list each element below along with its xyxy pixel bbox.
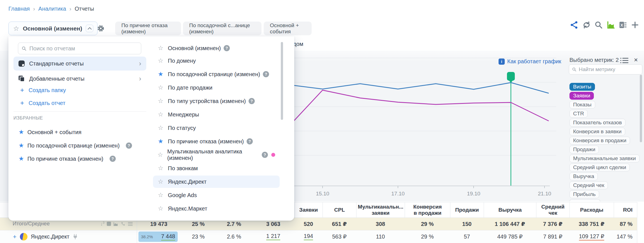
search-icon[interactable] bbox=[594, 21, 603, 29]
star-filled-icon[interactable]: ★ bbox=[18, 129, 24, 135]
metric-chip-clipped[interactable] bbox=[569, 199, 600, 202]
star-filled-icon[interactable]: ★ bbox=[18, 142, 24, 149]
create-report-button[interactable]: + Создать отчет bbox=[20, 99, 65, 107]
star-filled-icon[interactable]: ★ bbox=[157, 71, 164, 77]
gear-icon[interactable] bbox=[97, 25, 105, 32]
metrics-scrollbar[interactable] bbox=[640, 75, 642, 142]
star-outline-icon[interactable]: ☆ bbox=[157, 125, 164, 131]
col-header-multi-leads[interactable]: Мультиканальн... заявки bbox=[356, 202, 405, 218]
report-item-by-status[interactable]: ☆ По статусу bbox=[153, 122, 280, 134]
visits-share-bar[interactable]: 38.2% 7 448 bbox=[138, 232, 178, 242]
report-item-landing-page[interactable]: ★ По посадочной странице (изменен) ? bbox=[153, 68, 280, 80]
star-outline-icon[interactable]: ☆ bbox=[157, 152, 163, 158]
star-outline-icon[interactable]: ☆ bbox=[157, 179, 164, 185]
report-item-yandex-market[interactable]: ☆ Яндекс.Маркет bbox=[153, 202, 280, 215]
metric-search-input[interactable] bbox=[579, 66, 639, 73]
chart-icon[interactable] bbox=[113, 221, 118, 226]
favorite-label: По посадочной странице (изменен) bbox=[27, 142, 120, 149]
report-item-bounce-reason[interactable]: ★ По причине отказа (изменен) ? bbox=[153, 135, 280, 148]
metric-chip-impressions[interactable]: Показы bbox=[569, 101, 595, 109]
metric-search-box[interactable] bbox=[569, 64, 642, 74]
add-report-icon[interactable] bbox=[631, 21, 639, 29]
col-header-conv-sales[interactable]: Конверсия в продажи bbox=[405, 202, 450, 218]
col-header-cpl[interactable]: CPL bbox=[323, 202, 356, 218]
chart-help-link[interactable]: i Как работает график bbox=[499, 58, 561, 65]
col-header-sales[interactable]: Продажи bbox=[450, 202, 484, 218]
chart-view-icon[interactable] bbox=[606, 21, 615, 29]
report-item-by-domain[interactable]: ☆ По домену bbox=[153, 55, 280, 67]
create-folder-button[interactable]: + Создать папку bbox=[20, 86, 66, 94]
star-outline-icon[interactable]: ☆ bbox=[157, 98, 164, 104]
report-label: Яндекс.Маркет bbox=[168, 205, 207, 212]
metric-chip-conv-sales[interactable]: Конверсия в продажи bbox=[569, 137, 630, 144]
help-icon[interactable]: ? bbox=[249, 98, 255, 104]
metric-chip-conv-leads[interactable]: Конверсия в заявки bbox=[569, 128, 625, 135]
favorite-main-events[interactable]: ★ Основной + события bbox=[13, 126, 134, 138]
help-icon[interactable]: ? bbox=[247, 138, 253, 144]
segment-icon[interactable] bbox=[107, 222, 111, 226]
report-item-yandex-direct[interactable]: ☆ Яндекс.Директ bbox=[153, 176, 280, 188]
star-outline-icon[interactable]: ☆ bbox=[157, 192, 164, 198]
metric-chip-leads[interactable]: Заявки bbox=[569, 92, 594, 100]
metric-chip-visits[interactable]: Визиты bbox=[569, 83, 595, 91]
expand-row-icon[interactable]: + bbox=[13, 233, 17, 240]
help-icon[interactable]: ? bbox=[126, 142, 132, 149]
report-search-input[interactable] bbox=[29, 45, 138, 52]
star-outline-icon[interactable]: ☆ bbox=[157, 58, 164, 64]
metric-chip-bounce-rate[interactable]: Показатель отказов bbox=[569, 119, 626, 127]
col-header-roi[interactable]: ROI bbox=[614, 202, 637, 218]
tab-bounce-reason[interactable]: По причине отказа (изменен) bbox=[115, 22, 181, 35]
share-icon[interactable] bbox=[570, 21, 578, 29]
metric-chip-profit[interactable]: Прибыль bbox=[569, 190, 599, 198]
star-filled-icon[interactable]: ★ bbox=[157, 138, 164, 144]
star-outline-icon[interactable]: ☆ bbox=[157, 85, 164, 91]
col-header-avg-check[interactable]: Средний чек bbox=[536, 202, 569, 218]
help-icon[interactable]: ? bbox=[262, 152, 268, 158]
folder-standard-reports[interactable]: Стандартные отчеты › bbox=[13, 57, 146, 71]
report-item-main-changed[interactable]: ☆ Основной (изменен) ? bbox=[153, 42, 280, 54]
metric-chip-deal-cycle[interactable]: Средний цикл сделки bbox=[569, 163, 630, 171]
breadcrumb-analytics[interactable]: Аналитика bbox=[38, 6, 66, 12]
favorite-bounce-reason[interactable]: ★ По причине отказа (изменен) ? bbox=[13, 153, 134, 165]
metric-chip-ctr[interactable]: CTR bbox=[569, 110, 588, 118]
report-search-box[interactable] bbox=[18, 43, 141, 54]
metric-chip-multi-leads[interactable]: Мультиканальные заявки bbox=[569, 155, 640, 162]
star-outline-icon[interactable]: ☆ bbox=[157, 165, 164, 171]
phone-icon[interactable] bbox=[121, 221, 126, 226]
star-outline-icon[interactable]: ☆ bbox=[157, 205, 164, 212]
tab-landing-page[interactable]: По посадочной с...анице (изменен) bbox=[183, 22, 261, 35]
report-item-managers[interactable]: ☆ Менеджеры bbox=[153, 108, 280, 121]
tab-main-events[interactable]: Основной + события bbox=[264, 22, 312, 35]
col-header-revenue[interactable]: Выручка bbox=[484, 202, 536, 218]
metric-chip-sales[interactable]: Продажи bbox=[569, 146, 599, 153]
folder-added-reports[interactable]: Добавленные отчеты › bbox=[13, 72, 146, 86]
breadcrumb-home[interactable]: Главная bbox=[8, 6, 30, 12]
report-selector-button[interactable]: ☆ Основной (изменен) bbox=[8, 22, 98, 35]
metric-chip-avg-check[interactable]: Средний чек bbox=[569, 181, 608, 189]
close-icon[interactable]: × bbox=[634, 56, 638, 64]
create-report-label: Создать отчет bbox=[29, 100, 65, 106]
col-header-costs[interactable]: Расходы bbox=[569, 202, 614, 218]
report-label: Основной (изменен) bbox=[168, 45, 221, 52]
sort-icon[interactable]: ↓3 bbox=[100, 221, 105, 227]
list-icon[interactable] bbox=[128, 222, 133, 226]
star-filled-icon[interactable]: ★ bbox=[18, 156, 24, 162]
favorite-landing-page[interactable]: ★ По посадочной странице (изменен) ? bbox=[13, 139, 134, 152]
help-icon[interactable]: ? bbox=[224, 45, 230, 51]
report-item-google-ads[interactable]: ☆ Google Ads bbox=[153, 189, 280, 201]
excel-export-icon[interactable]: X bbox=[619, 21, 627, 29]
help-icon[interactable]: ? bbox=[110, 156, 116, 162]
visits-value[interactable]: 7 448 bbox=[161, 233, 175, 240]
report-item-sale-date[interactable]: ☆ По дате продажи bbox=[153, 81, 280, 94]
report-item-device-type[interactable]: ☆ По типу устройства (изменен) ? bbox=[153, 95, 280, 107]
reports-scrollbar[interactable] bbox=[281, 42, 283, 120]
star-outline-icon[interactable]: ☆ bbox=[157, 111, 164, 118]
metric-chip-revenue[interactable]: Выручка bbox=[569, 172, 598, 180]
star-outline-icon[interactable]: ☆ bbox=[157, 45, 164, 51]
metrics-list-icon[interactable] bbox=[620, 57, 629, 64]
report-item-by-calls[interactable]: ☆ По звонкам bbox=[153, 162, 280, 174]
help-icon[interactable]: ? bbox=[263, 71, 269, 77]
refresh-icon[interactable] bbox=[582, 21, 591, 29]
report-item-multichannel[interactable]: ☆ Мультиканальная аналитика (изменен) ? bbox=[153, 149, 280, 161]
col-header-leads[interactable]: Заявки bbox=[294, 202, 323, 218]
